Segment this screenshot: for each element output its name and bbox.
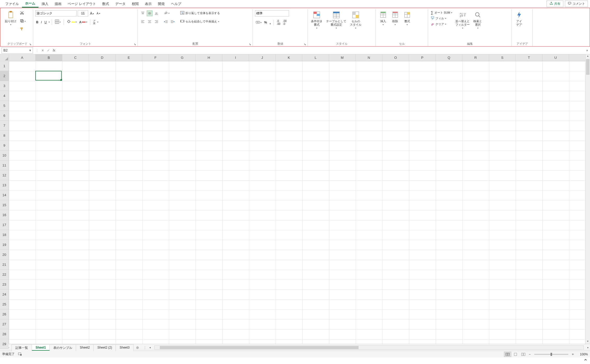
share-button[interactable]: 共有	[547, 1, 563, 7]
comma-button[interactable]: ,	[269, 20, 271, 25]
row-header[interactable]: 4	[0, 91, 9, 101]
fx-icon[interactable]: fx	[51, 49, 57, 52]
menu-formulas[interactable]: 数式	[99, 1, 112, 7]
column-header[interactable]: E	[116, 54, 142, 61]
fill-button[interactable]: フィル ▾	[430, 16, 447, 21]
number-launcher[interactable]: ⬊	[304, 43, 306, 46]
column-header[interactable]: P	[409, 54, 436, 61]
font-name-select[interactable]	[35, 10, 77, 16]
row-header[interactable]: 23	[0, 280, 9, 290]
sort-filter-button[interactable]: AZ 並べ替えと フィルター ▾	[454, 10, 471, 30]
increase-indent-button[interactable]	[170, 19, 175, 25]
hscroll-thumb[interactable]	[160, 346, 359, 349]
delete-cells-button[interactable]: 削除 ▾	[390, 10, 400, 26]
page-layout-view-button[interactable]	[512, 352, 519, 357]
column-header[interactable]: D	[89, 54, 116, 61]
underline-button[interactable]: U	[44, 20, 48, 25]
normal-view-button[interactable]	[504, 352, 511, 357]
borders-button[interactable]: ▾	[54, 19, 61, 25]
column-header[interactable]: N	[356, 54, 382, 61]
row-header[interactable]: 9	[0, 141, 9, 151]
row-header[interactable]: 3	[0, 81, 9, 91]
column-header[interactable]: O	[382, 54, 409, 61]
align-middle-button[interactable]	[147, 10, 152, 16]
row-header[interactable]: 10	[0, 151, 9, 160]
row-header[interactable]: 17	[0, 220, 9, 230]
chevron-down-icon[interactable]: ▾	[97, 21, 98, 23]
column-header[interactable]: I	[222, 54, 249, 61]
horizontal-scrollbar[interactable]	[154, 345, 584, 350]
phonetic-button[interactable]: ア 亜	[92, 19, 96, 25]
tab-divider-icon[interactable]: ⋮	[142, 346, 148, 349]
sheet-tab[interactable]: Sheet3	[116, 344, 133, 351]
column-header[interactable]: B	[36, 54, 62, 61]
collapse-ribbon-button[interactable]	[584, 358, 587, 362]
scroll-down-arrow[interactable]: ▾	[586, 340, 590, 344]
menu-developer[interactable]: 開発	[155, 1, 168, 7]
sheet-tab[interactable]: 記事一覧	[12, 344, 32, 351]
sheet-tab[interactable]: Sheet1	[32, 344, 50, 351]
alignment-launcher[interactable]: ⬊	[249, 43, 251, 46]
enter-formula-button[interactable]: ✓	[46, 49, 51, 52]
shrink-font-button[interactable]: A▾	[96, 11, 101, 15]
menu-page-layout[interactable]: ページ レイアウト	[65, 1, 99, 7]
sheet-tab[interactable]: Sheet2	[76, 344, 94, 351]
column-header[interactable]: L	[302, 54, 329, 61]
column-header[interactable]: T	[516, 54, 542, 61]
row-header[interactable]: 7	[0, 121, 9, 131]
cut-button[interactable]	[19, 10, 25, 16]
orientation-button[interactable]: ab ▾	[163, 10, 170, 16]
format-painter-button[interactable]	[19, 26, 25, 32]
menu-review[interactable]: 校閲	[129, 1, 142, 7]
font-size-select[interactable]	[78, 10, 88, 16]
zoom-knob[interactable]	[551, 353, 552, 356]
comment-button[interactable]: コメント	[565, 1, 588, 7]
column-header[interactable]: M	[329, 54, 356, 61]
hscroll-right-arrow[interactable]: ▸	[586, 346, 590, 349]
column-header[interactable]: Q	[436, 54, 462, 61]
row-header[interactable]: 27	[0, 319, 9, 329]
menu-view[interactable]: 表示	[142, 1, 155, 7]
row-header[interactable]: 5	[0, 101, 9, 111]
zoom-in-button[interactable]: +	[570, 353, 575, 356]
column-header[interactable]: J	[249, 54, 276, 61]
align-bottom-button[interactable]	[154, 10, 159, 16]
sheet-tab[interactable]: 表のサンプル	[49, 344, 76, 351]
macro-record-icon[interactable]	[18, 352, 22, 357]
row-header[interactable]: 12	[0, 170, 9, 180]
cell-styles-button[interactable]: セルの スタイル ▾	[349, 10, 362, 30]
row-header[interactable]: 8	[0, 131, 9, 141]
menu-home[interactable]: ホーム	[22, 0, 38, 8]
column-header[interactable]: S	[489, 54, 516, 61]
insert-cells-button[interactable]: 挿入 ▾	[378, 10, 388, 26]
column-header[interactable]: F	[142, 54, 169, 61]
row-header[interactable]: 21	[0, 260, 9, 270]
row-header[interactable]: 1	[0, 61, 9, 71]
merge-center-button[interactable]: セルを結合して中央揃え ▾	[179, 19, 220, 24]
row-header[interactable]: 13	[0, 180, 9, 190]
column-header[interactable]: G	[169, 54, 196, 61]
scroll-thumb[interactable]	[586, 59, 589, 75]
row-header[interactable]: 11	[0, 160, 9, 170]
page-break-view-button[interactable]	[520, 352, 527, 357]
row-header[interactable]: 20	[0, 250, 9, 260]
find-select-button[interactable]: 検索と 選択 ▾	[472, 10, 483, 30]
column-header[interactable]: C	[62, 54, 89, 61]
zoom-level-label[interactable]: 100%	[575, 353, 588, 356]
chevron-down-icon[interactable]: ▾	[49, 21, 50, 23]
row-header[interactable]: 14	[0, 190, 9, 200]
row-header[interactable]: 6	[0, 111, 9, 121]
fill-color-button[interactable]: ▾	[66, 19, 77, 25]
bold-button[interactable]: B	[35, 20, 39, 25]
row-header[interactable]: 28	[0, 329, 9, 339]
row-header[interactable]: 22	[0, 270, 9, 280]
clear-button[interactable]: クリア ▾	[430, 22, 447, 26]
font-launcher[interactable]: ⬊	[134, 43, 136, 46]
zoom-slider[interactable]	[534, 354, 568, 355]
align-center-button[interactable]	[147, 19, 152, 25]
menu-help[interactable]: ヘルプ	[168, 1, 184, 7]
align-left-button[interactable]	[140, 19, 146, 25]
grow-font-button[interactable]: A▴	[89, 11, 95, 16]
decrease-indent-button[interactable]	[163, 19, 169, 25]
vertical-scrollbar[interactable]: ▴ ▾	[585, 54, 590, 344]
